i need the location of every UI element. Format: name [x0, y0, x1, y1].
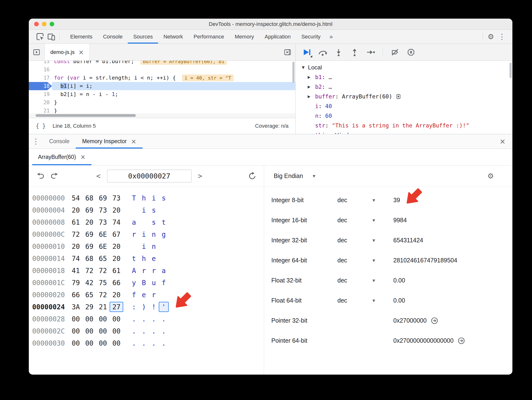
line-number[interactable]: 17 [29, 74, 52, 82]
memory-row[interactable]: 0000000C72696E67ring [29, 228, 264, 240]
scrollbar-thumb[interactable] [36, 114, 136, 117]
byte-cell[interactable]: 69 [83, 241, 96, 252]
code-editor[interactable]: 15const buffer = b1.buffer;buffer = Arra… [29, 61, 295, 118]
memory-row[interactable]: 0000001020696E20 in [29, 240, 264, 252]
ascii-cell[interactable]: h [139, 253, 149, 264]
tab-elements[interactable]: Elements [65, 30, 98, 44]
byte-cell[interactable]: 65 [96, 253, 110, 264]
scope-variable-buffer[interactable]: ▶buffer: ArrayBuffer(60) [296, 92, 512, 101]
byte-cell[interactable]: 75 [96, 278, 110, 288]
ascii-cell[interactable]: . [159, 326, 169, 336]
byte-cell[interactable]: 54 [69, 193, 83, 203]
endianness-select[interactable]: Big Endian ▼ [274, 172, 315, 179]
device-toolbar-button[interactable] [46, 31, 57, 42]
byte-cell[interactable]: 73 [110, 193, 123, 203]
byte-cell[interactable]: 66 [69, 290, 83, 300]
ascii-cell[interactable] [159, 205, 169, 215]
byte-cell[interactable]: 00 [69, 314, 83, 324]
settings-button[interactable]: ⚙ [485, 31, 496, 42]
close-file-tab-icon[interactable]: × [78, 49, 84, 55]
minimize-window-button[interactable] [42, 22, 46, 26]
step-button[interactable] [364, 46, 377, 58]
byte-cell[interactable]: 6E [96, 241, 110, 252]
byte-cell[interactable]: 00 [110, 326, 123, 336]
close-window-button[interactable] [34, 22, 39, 26]
memory-address-input[interactable] [107, 170, 192, 183]
scope-variable-b1[interactable]: ▶b1: … [296, 72, 512, 82]
byte-cell[interactable]: 29 [83, 302, 96, 312]
byte-cell[interactable]: 20 [83, 217, 96, 227]
tab-security[interactable]: Security [296, 30, 326, 44]
ascii-cell[interactable]: t [129, 253, 139, 264]
byte-cell[interactable]: 3A [69, 302, 83, 312]
collapsed-arrow-icon[interactable]: ▶ [308, 133, 315, 134]
memory-row[interactable]: 0000000420697320 is [29, 204, 264, 216]
memory-row[interactable]: 0000001C79427566yBuf [29, 277, 264, 289]
byte-cell[interactable]: 73 [96, 217, 110, 227]
scope-variable-this[interactable]: ▶this: Window [296, 130, 512, 134]
byte-cell[interactable]: 20 [110, 205, 123, 215]
ascii-cell[interactable]: s [159, 193, 169, 203]
collapsed-arrow-icon[interactable]: ▶ [308, 85, 315, 89]
ascii-cell[interactable]: n [149, 229, 159, 239]
line-number[interactable]: 15 [29, 61, 52, 66]
ascii-cell[interactable]: e [139, 290, 149, 300]
toggle-navigator-button[interactable] [29, 44, 44, 60]
drawer-tab-console[interactable]: Console [43, 134, 76, 148]
collapsed-arrow-icon[interactable]: ▶ [308, 94, 315, 99]
ascii-cell[interactable]: a [159, 266, 169, 276]
ascii-cell[interactable]: T [129, 193, 139, 203]
byte-cell[interactable]: 00 [83, 326, 96, 336]
byte-cell[interactable]: 21 [96, 302, 110, 312]
ascii-cell[interactable]: A [129, 266, 139, 276]
byte-cell[interactable]: 00 [96, 326, 110, 336]
byte-cell[interactable]: 00 [83, 338, 96, 348]
code-line[interactable]: 16 [29, 66, 295, 74]
step-out-button[interactable] [348, 46, 361, 58]
ascii-cell[interactable]: i [139, 205, 149, 215]
byte-cell[interactable]: 20 [110, 253, 123, 264]
code-line[interactable]: 19 b2[i] = n - i - 1; [29, 90, 295, 98]
memory-buffer-tab[interactable]: ArrayBuffer(60) × [32, 149, 91, 165]
ascii-cell[interactable]: y [129, 278, 139, 288]
memory-row[interactable]: 0000003000000000.... [29, 337, 264, 349]
byte-cell[interactable]: 61 [69, 217, 83, 227]
value-format-select[interactable]: dec▼ [337, 257, 393, 264]
ascii-cell[interactable]: ! [149, 302, 159, 312]
byte-cell[interactable]: 74 [110, 217, 123, 227]
code-line[interactable]: 18 b1[i] = i; [29, 82, 295, 90]
byte-cell[interactable]: 72 [69, 229, 83, 239]
line-number[interactable]: 19 [29, 90, 52, 98]
pretty-print-button[interactable]: { } [36, 123, 46, 129]
ascii-cell[interactable]: t [159, 217, 169, 227]
ascii-cell[interactable]: i [139, 241, 149, 252]
pause-on-exceptions-button[interactable] [405, 46, 417, 58]
ascii-cell[interactable] [159, 290, 169, 300]
ascii-cell[interactable]: a [129, 217, 139, 227]
ascii-cell[interactable] [129, 205, 139, 215]
ascii-cell[interactable]: g [159, 229, 169, 239]
byte-cell[interactable]: 68 [83, 193, 96, 203]
window-titlebar[interactable]: DevTools - memory-inspector.glitch.me/de… [29, 19, 512, 30]
byte-cell[interactable]: 79 [69, 278, 83, 288]
byte-cell[interactable]: 67 [110, 229, 123, 239]
memory-row[interactable]: 0000002066657220fer [29, 289, 264, 301]
byte-cell[interactable]: 20 [110, 241, 123, 252]
ascii-cell[interactable]: . [129, 338, 139, 348]
value-format-select[interactable]: dec▼ [337, 277, 393, 284]
close-drawer-button[interactable]: × [500, 134, 506, 148]
close-buffer-tab-icon[interactable]: × [80, 154, 86, 160]
byte-cell[interactable]: 72 [83, 266, 96, 276]
byte-cell[interactable]: 20 [69, 241, 83, 252]
memory-row[interactable]: 0000000861207374a st [29, 216, 264, 228]
selected-byte-cell[interactable]: 27 [110, 302, 123, 312]
byte-cell[interactable]: 00 [69, 338, 83, 348]
ascii-cell[interactable]: r [129, 229, 139, 239]
next-page-button[interactable]: > [198, 172, 202, 180]
tab-performance[interactable]: Performance [188, 30, 229, 44]
ascii-cell[interactable]: i [149, 193, 159, 203]
byte-cell[interactable]: 69 [96, 193, 110, 203]
ascii-cell[interactable]: . [139, 314, 149, 324]
memory-row[interactable]: 0000001474686520the [29, 252, 264, 265]
byte-cell[interactable]: 65 [83, 290, 96, 300]
